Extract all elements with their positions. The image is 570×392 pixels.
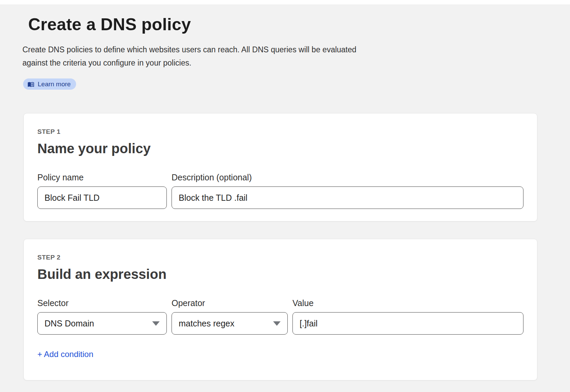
learn-more-label: Learn more xyxy=(38,81,71,88)
learn-more-button[interactable]: Learn more xyxy=(23,78,76,90)
policy-name-input[interactable] xyxy=(37,186,167,209)
page-title: Create a DNS policy xyxy=(28,14,570,35)
policy-name-label: Policy name xyxy=(37,173,167,182)
step2-card: STEP 2 Build an expression Selector DNS … xyxy=(23,239,537,380)
policy-description-label: Description (optional) xyxy=(172,173,523,182)
selector-label: Selector xyxy=(37,298,167,308)
operator-label: Operator xyxy=(172,298,288,308)
policy-description-field: Description (optional) xyxy=(172,173,523,209)
book-icon xyxy=(28,81,34,88)
selector-dropdown[interactable]: DNS Domain xyxy=(37,312,167,335)
step1-label: STEP 1 xyxy=(37,128,523,136)
top-white-strip xyxy=(0,0,570,4)
policy-description-input[interactable] xyxy=(172,186,523,209)
step1-card: STEP 1 Name your policy Policy name Desc… xyxy=(23,113,537,221)
page-description-line-1: Create DNS policies to define which webs… xyxy=(22,43,570,56)
step2-label: STEP 2 xyxy=(37,254,523,261)
operator-dropdown-value: matches regex xyxy=(179,319,234,328)
value-input[interactable] xyxy=(292,312,523,335)
operator-dropdown[interactable]: matches regex xyxy=(172,312,288,335)
operator-field: Operator matches regex xyxy=(172,298,288,335)
caret-down-icon xyxy=(273,321,281,326)
page-description: Create DNS policies to define which webs… xyxy=(22,43,570,70)
add-condition-link[interactable]: + Add condition xyxy=(37,350,93,359)
value-label: Value xyxy=(292,298,523,308)
step1-heading: Name your policy xyxy=(37,140,523,157)
caret-down-icon xyxy=(152,321,160,326)
policy-name-field: Policy name xyxy=(37,173,167,209)
step2-heading: Build an expression xyxy=(37,266,523,282)
page-description-line-2: against the criteria you configure in yo… xyxy=(22,56,570,70)
selector-dropdown-value: DNS Domain xyxy=(44,319,94,328)
selector-field: Selector DNS Domain xyxy=(37,298,167,335)
value-field: Value xyxy=(292,298,523,335)
